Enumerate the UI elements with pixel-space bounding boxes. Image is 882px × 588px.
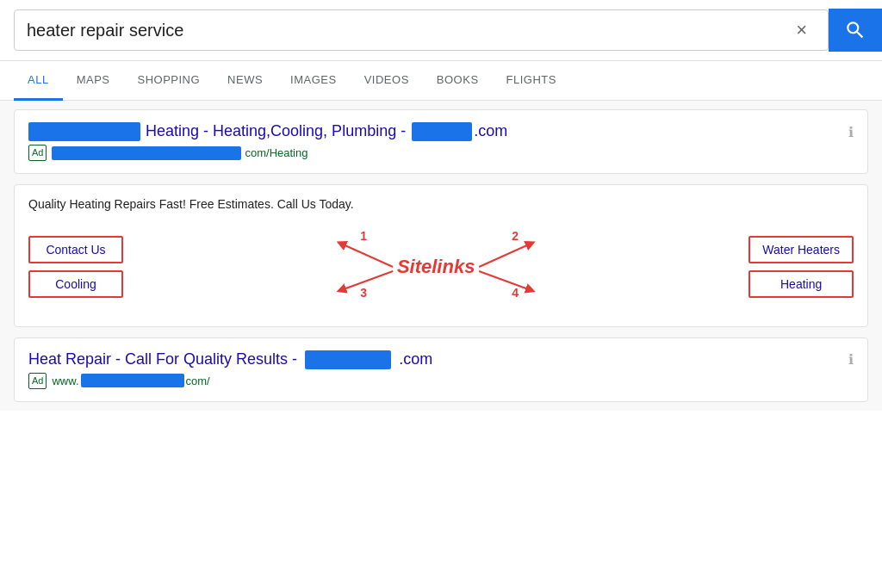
ad1-url-row: Ad com/Heating: [28, 145, 854, 161]
ad3-title-text: Heat Repair - Call For Quality Results -: [28, 350, 297, 368]
ad1-redacted-url: [52, 146, 241, 160]
ad1-title-row: Heating - Heating,Cooling, Plumbing - .c…: [28, 122, 854, 141]
tab-books[interactable]: BOOKS: [423, 61, 493, 101]
ad1-title-text: Heating - Heating,Cooling, Plumbing -: [146, 122, 406, 139]
svg-text:3: 3: [360, 286, 367, 300]
search-input-wrapper: heater repair service ×: [14, 9, 829, 51]
sitelink-heating[interactable]: Heating: [748, 270, 854, 298]
ad-card-3: Heat Repair - Call For Quality Results -…: [14, 337, 868, 402]
ad2-description: Quality Heating Repairs Fast! Free Estim…: [28, 197, 854, 211]
nav-tabs: ALL MAPS SHOPPING NEWS IMAGES VIDEOS BOO…: [0, 61, 882, 101]
ad1-url-suffix: com/Heating: [245, 146, 307, 159]
tab-news[interactable]: NEWS: [214, 61, 276, 101]
ad3-info-icon[interactable]: ℹ: [848, 351, 854, 368]
svg-line-0: [341, 244, 393, 267]
ad3-url-suffix: com/: [186, 374, 210, 387]
ad-card-2: Quality Heating Repairs Fast! Free Estim…: [14, 184, 868, 327]
svg-line-3: [479, 271, 531, 290]
ad3-url-row: Ad www. com/: [28, 373, 854, 389]
search-icon: [844, 19, 866, 41]
sitelinks-left: Contact Us Cooling: [28, 236, 123, 298]
ad-card-1: Heating - Heating,Cooling, Plumbing - .c…: [14, 109, 868, 174]
ad1-badge: Ad: [28, 145, 47, 161]
clear-icon[interactable]: ×: [787, 19, 816, 41]
ad3-title-link[interactable]: Heat Repair - Call For Quality Results -…: [28, 350, 432, 369]
tab-images[interactable]: IMAGES: [276, 61, 351, 101]
ad1-title-link[interactable]: Heating - Heating,Cooling, Plumbing - .c…: [28, 122, 507, 141]
ad1-title-suffix: .com: [474, 122, 507, 139]
search-button[interactable]: [829, 9, 882, 52]
tab-videos[interactable]: VIDEOS: [351, 61, 423, 101]
search-bar: heater repair service ×: [0, 0, 882, 61]
tab-maps[interactable]: MAPS: [63, 61, 124, 101]
ad3-badge: Ad: [28, 373, 47, 389]
ad3-title-row: Heat Repair - Call For Quality Results -…: [28, 350, 854, 369]
tab-shopping[interactable]: SHOPPING: [123, 61, 214, 101]
results-area: Heating - Heating,Cooling, Plumbing - .c…: [0, 101, 882, 411]
ad3-redacted-domain: [305, 350, 391, 369]
tab-all[interactable]: ALL: [14, 61, 63, 101]
svg-line-1: [479, 244, 531, 267]
sitelink-water-heaters[interactable]: Water Heaters: [748, 236, 854, 263]
ad1-redacted-title: [28, 122, 140, 141]
ad3-url-prefix: www.: [52, 374, 78, 387]
sitelink-contact-us[interactable]: Contact Us: [28, 236, 123, 263]
svg-text:4: 4: [512, 286, 519, 300]
svg-text:1: 1: [360, 229, 367, 243]
ad1-redacted-domain: [412, 122, 472, 141]
ad3-title-suffix: .com: [399, 350, 432, 368]
sitelink-cooling[interactable]: Cooling: [28, 270, 123, 298]
ad1-info-icon[interactable]: ℹ: [848, 124, 854, 140]
svg-line-2: [341, 271, 393, 290]
ad3-redacted-url: [81, 374, 184, 387]
search-input[interactable]: heater repair service: [27, 21, 787, 40]
svg-text:2: 2: [512, 229, 519, 243]
sitelinks-label: Sitelinks: [397, 256, 475, 278]
sitelinks-right: Water Heaters Heating: [748, 236, 854, 298]
tab-flights[interactable]: FLIGHTS: [493, 61, 570, 101]
sitelinks-container: Contact Us Cooling: [28, 220, 854, 314]
